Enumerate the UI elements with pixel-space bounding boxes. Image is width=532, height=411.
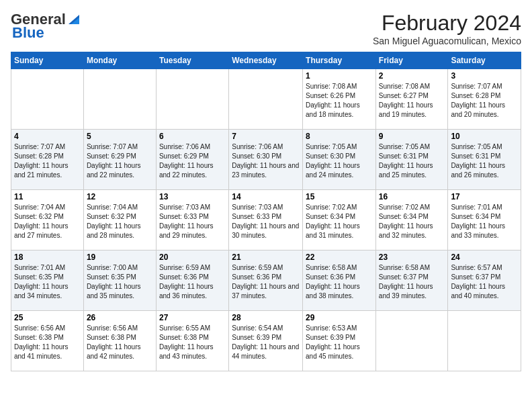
day-number: 8 <box>306 132 373 141</box>
calendar-cell: 15Sunrise: 7:02 AMSunset: 6:34 PMDayligh… <box>303 190 376 250</box>
weekday-header-monday: Monday <box>83 52 156 69</box>
calendar-cell: 5Sunrise: 7:07 AMSunset: 6:29 PMDaylight… <box>83 130 156 190</box>
day-number: 1 <box>306 71 373 81</box>
calendar-cell: 21Sunrise: 6:59 AMSunset: 6:36 PMDayligh… <box>229 250 303 311</box>
day-info: Sunrise: 6:56 AMSunset: 6:38 PMDaylight:… <box>14 324 81 361</box>
calendar-cell: 22Sunrise: 6:58 AMSunset: 6:36 PMDayligh… <box>303 250 376 311</box>
day-number: 11 <box>14 192 81 201</box>
day-number: 20 <box>159 253 226 262</box>
day-number: 27 <box>159 313 226 322</box>
day-info: Sunrise: 6:56 AMSunset: 6:38 PMDaylight:… <box>87 324 153 361</box>
day-number: 16 <box>379 192 445 201</box>
day-info: Sunrise: 6:59 AMSunset: 6:36 PMDaylight:… <box>159 263 226 301</box>
day-number: 24 <box>451 253 518 262</box>
logo-wing-icon <box>66 12 81 27</box>
day-number: 13 <box>159 192 226 201</box>
calendar-cell: 6Sunrise: 7:06 AMSunset: 6:29 PMDaylight… <box>156 130 228 190</box>
day-info: Sunrise: 7:03 AMSunset: 6:33 PMDaylight:… <box>159 203 226 240</box>
calendar-cell <box>11 69 84 130</box>
weekday-header-wednesday: Wednesday <box>229 52 303 69</box>
day-number: 10 <box>451 132 518 141</box>
weekday-header-thursday: Thursday <box>303 52 376 69</box>
calendar-cell: 20Sunrise: 6:59 AMSunset: 6:36 PMDayligh… <box>156 250 228 311</box>
day-info: Sunrise: 7:08 AMSunset: 6:27 PMDaylight:… <box>379 82 445 120</box>
calendar-cell <box>156 69 228 130</box>
day-info: Sunrise: 7:08 AMSunset: 6:26 PMDaylight:… <box>306 82 373 120</box>
calendar-cell: 4Sunrise: 7:07 AMSunset: 6:28 PMDaylight… <box>11 130 84 190</box>
day-number: 28 <box>232 313 300 322</box>
day-number: 4 <box>14 132 81 141</box>
day-info: Sunrise: 7:01 AMSunset: 6:35 PMDaylight:… <box>14 263 81 301</box>
day-info: Sunrise: 6:54 AMSunset: 6:39 PMDaylight:… <box>232 324 300 361</box>
day-info: Sunrise: 7:00 AMSunset: 6:35 PMDaylight:… <box>87 263 153 301</box>
day-info: Sunrise: 7:07 AMSunset: 6:29 PMDaylight:… <box>87 142 153 180</box>
day-info: Sunrise: 7:05 AMSunset: 6:31 PMDaylight:… <box>451 142 518 180</box>
day-info: Sunrise: 7:05 AMSunset: 6:31 PMDaylight:… <box>379 142 445 180</box>
calendar-cell: 16Sunrise: 7:02 AMSunset: 6:34 PMDayligh… <box>375 190 448 250</box>
day-number: 29 <box>306 313 373 322</box>
calendar-cell: 29Sunrise: 6:53 AMSunset: 6:39 PMDayligh… <box>303 311 376 371</box>
location-subtitle: San Miguel Aguacomulican, Mexico <box>373 36 521 46</box>
day-number: 3 <box>451 71 518 81</box>
day-info: Sunrise: 6:53 AMSunset: 6:39 PMDaylight:… <box>306 324 373 361</box>
calendar-cell: 14Sunrise: 7:03 AMSunset: 6:33 PMDayligh… <box>229 190 303 250</box>
day-info: Sunrise: 7:04 AMSunset: 6:32 PMDaylight:… <box>14 203 81 240</box>
day-info: Sunrise: 6:55 AMSunset: 6:38 PMDaylight:… <box>159 324 226 361</box>
calendar-header-row: SundayMondayTuesdayWednesdayThursdayFrid… <box>11 52 521 69</box>
calendar-cell: 13Sunrise: 7:03 AMSunset: 6:33 PMDayligh… <box>156 190 228 250</box>
calendar-cell: 10Sunrise: 7:05 AMSunset: 6:31 PMDayligh… <box>448 130 521 190</box>
logo: General Blue <box>11 11 81 42</box>
calendar-cell: 2Sunrise: 7:08 AMSunset: 6:27 PMDaylight… <box>375 69 448 130</box>
calendar-cell: 23Sunrise: 6:58 AMSunset: 6:37 PMDayligh… <box>375 250 448 311</box>
calendar-cell: 7Sunrise: 7:06 AMSunset: 6:30 PMDaylight… <box>229 130 303 190</box>
page-header: General Blue February 2024 San Miguel Ag… <box>11 11 521 46</box>
day-info: Sunrise: 6:58 AMSunset: 6:37 PMDaylight:… <box>379 263 445 301</box>
calendar-cell <box>229 69 303 130</box>
day-number: 17 <box>451 192 518 201</box>
day-info: Sunrise: 7:02 AMSunset: 6:34 PMDaylight:… <box>306 203 373 240</box>
calendar-cell: 8Sunrise: 7:05 AMSunset: 6:30 PMDaylight… <box>303 130 376 190</box>
day-number: 12 <box>87 192 153 201</box>
day-number: 19 <box>87 253 153 262</box>
calendar-week-row: 18Sunrise: 7:01 AMSunset: 6:35 PMDayligh… <box>11 250 521 311</box>
calendar-cell <box>448 311 521 371</box>
calendar-cell: 28Sunrise: 6:54 AMSunset: 6:39 PMDayligh… <box>229 311 303 371</box>
calendar-week-row: 1Sunrise: 7:08 AMSunset: 6:26 PMDaylight… <box>11 69 521 130</box>
logo-blue: Blue <box>12 24 44 42</box>
day-info: Sunrise: 7:07 AMSunset: 6:28 PMDaylight:… <box>14 142 81 180</box>
day-info: Sunrise: 7:06 AMSunset: 6:29 PMDaylight:… <box>159 142 226 180</box>
day-info: Sunrise: 7:05 AMSunset: 6:30 PMDaylight:… <box>306 142 373 180</box>
calendar-week-row: 11Sunrise: 7:04 AMSunset: 6:32 PMDayligh… <box>11 190 521 250</box>
calendar-table: SundayMondayTuesdayWednesdayThursdayFrid… <box>11 52 521 371</box>
title-block: February 2024 San Miguel Aguacomulican, … <box>373 11 521 46</box>
day-info: Sunrise: 7:04 AMSunset: 6:32 PMDaylight:… <box>87 203 153 240</box>
day-number: 7 <box>232 132 300 141</box>
calendar-cell: 12Sunrise: 7:04 AMSunset: 6:32 PMDayligh… <box>83 190 156 250</box>
day-info: Sunrise: 6:59 AMSunset: 6:36 PMDaylight:… <box>232 263 300 301</box>
calendar-cell: 11Sunrise: 7:04 AMSunset: 6:32 PMDayligh… <box>11 190 84 250</box>
weekday-header-friday: Friday <box>375 52 448 69</box>
weekday-header-tuesday: Tuesday <box>156 52 228 69</box>
calendar-cell: 25Sunrise: 6:56 AMSunset: 6:38 PMDayligh… <box>11 311 84 371</box>
calendar-cell: 17Sunrise: 7:01 AMSunset: 6:34 PMDayligh… <box>448 190 521 250</box>
day-number: 9 <box>379 132 445 141</box>
day-number: 23 <box>379 253 445 262</box>
day-number: 21 <box>232 253 300 262</box>
calendar-cell: 26Sunrise: 6:56 AMSunset: 6:38 PMDayligh… <box>83 311 156 371</box>
day-number: 6 <box>159 132 226 141</box>
calendar-week-row: 4Sunrise: 7:07 AMSunset: 6:28 PMDaylight… <box>11 130 521 190</box>
calendar-week-row: 25Sunrise: 6:56 AMSunset: 6:38 PMDayligh… <box>11 311 521 371</box>
calendar-cell <box>83 69 156 130</box>
day-number: 15 <box>306 192 373 201</box>
day-info: Sunrise: 7:01 AMSunset: 6:34 PMDaylight:… <box>451 203 518 240</box>
calendar-cell: 18Sunrise: 7:01 AMSunset: 6:35 PMDayligh… <box>11 250 84 311</box>
day-info: Sunrise: 7:02 AMSunset: 6:34 PMDaylight:… <box>379 203 445 240</box>
day-number: 18 <box>14 253 81 262</box>
day-info: Sunrise: 6:57 AMSunset: 6:37 PMDaylight:… <box>451 263 518 301</box>
calendar-cell: 9Sunrise: 7:05 AMSunset: 6:31 PMDaylight… <box>375 130 448 190</box>
day-info: Sunrise: 7:06 AMSunset: 6:30 PMDaylight:… <box>232 142 300 180</box>
day-number: 22 <box>306 253 373 262</box>
calendar-cell <box>375 311 448 371</box>
day-info: Sunrise: 7:03 AMSunset: 6:33 PMDaylight:… <box>232 203 300 240</box>
day-number: 26 <box>87 313 153 322</box>
